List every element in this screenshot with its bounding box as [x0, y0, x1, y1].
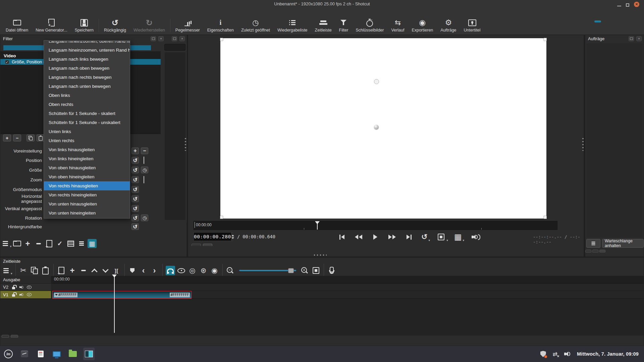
playlist-update-button[interactable] — [45, 239, 54, 248]
current-position-value[interactable]: 00:00:00.280 — [194, 234, 231, 239]
hide-icon[interactable] — [27, 292, 32, 297]
play-button[interactable] — [369, 232, 382, 242]
ripple-delete-button[interactable] — [79, 266, 88, 275]
loop-button[interactable]: ↺▾ — [419, 232, 432, 242]
rect-handle-bottom-right[interactable] — [544, 216, 547, 219]
files-app-button[interactable] — [67, 348, 78, 360]
properties-button[interactable]: i Eigenschaften — [204, 18, 237, 33]
playlist-menu-button[interactable]: ▾ — [2, 239, 11, 248]
menubar-item-bearbeiten[interactable] — [9, 12, 17, 13]
float-panel-icon[interactable] — [629, 36, 634, 41]
remove-button[interactable] — [141, 147, 148, 154]
snap-button[interactable] — [166, 266, 175, 275]
preset-menu-item[interactable]: Von oben hinausgleiten — [44, 163, 130, 172]
player-scrubber[interactable]: 00:00:00 — [194, 221, 557, 230]
sound-icon[interactable] — [564, 352, 570, 356]
recent-button[interactable]: ◷ Zuletzt geöffnet — [237, 18, 274, 33]
prev-marker-button[interactable]: ‹ — [139, 266, 148, 275]
zoom-fit-button[interactable]: ▾ — [436, 232, 449, 242]
minimize-button[interactable] — [617, 6, 621, 6]
cut-button[interactable]: ✂ — [19, 266, 28, 275]
skip-to-end-button[interactable] — [402, 232, 416, 242]
marker-button[interactable] — [128, 266, 137, 275]
rect-handle-top-right[interactable] — [544, 38, 547, 41]
preset-menu-item[interactable]: Langsam nach oben bewegen — [44, 64, 130, 73]
grid-button[interactable]: ▦▾ — [452, 232, 466, 242]
zoom-fit-button[interactable] — [311, 266, 321, 275]
close-panel-icon[interactable]: ✕ — [179, 36, 185, 41]
peak-meter-button[interactable]: Pegelmesser — [172, 18, 204, 33]
track-head-v1[interactable]: V1 — [0, 291, 51, 299]
shotcut-app-button[interactable] — [83, 348, 95, 360]
timeline-clip[interactable]: #FFFFFFFF #FFFFFFFF — [52, 291, 192, 299]
ripple-button[interactable]: ◎ — [188, 266, 197, 275]
track-head-v2[interactable]: V2 — [0, 284, 51, 291]
timeline-ruler[interactable]: 00:00:00 — [51, 276, 644, 284]
tab-verlauf[interactable] — [592, 250, 598, 252]
playlist-add-button[interactable]: + — [23, 239, 32, 248]
filters-button[interactable]: Filter — [335, 18, 352, 33]
append-button[interactable] — [57, 266, 66, 275]
history-button[interactable]: ⇆ Verlauf — [387, 18, 408, 33]
tab-auftraege[interactable] — [599, 250, 605, 252]
jobs-menu-button[interactable] — [586, 239, 600, 248]
mute-icon[interactable] — [19, 292, 24, 297]
layout-fx-button[interactable] — [624, 20, 630, 22]
maximize-button[interactable] — [626, 3, 629, 7]
view-tiles-button[interactable] — [77, 239, 86, 248]
stopwatch-button[interactable] — [141, 215, 148, 221]
export-button[interactable]: ◉ Exportieren — [408, 18, 437, 33]
tab-quelle[interactable] — [192, 244, 201, 246]
layout-farbe-button[interactable] — [556, 29, 563, 31]
menubar-item-ansicht[interactable] — [17, 12, 25, 13]
paste-button[interactable] — [41, 266, 50, 275]
layout-player-button[interactable] — [624, 29, 630, 31]
editor-app-button[interactable] — [35, 348, 46, 360]
rotation-handle[interactable] — [374, 79, 379, 84]
preset-menu-item[interactable]: Langsam nach unten bewegen — [44, 82, 130, 91]
reset-button[interactable] — [131, 215, 139, 221]
menubar-item-einstellungen[interactable] — [34, 12, 42, 13]
timeline-menu-button[interactable]: ▾ — [2, 266, 12, 275]
spinner-arrows-icon[interactable] — [231, 233, 234, 241]
volume-button[interactable] — [469, 232, 483, 242]
preset-menu-item[interactable]: Von rechts hinausgleiten — [44, 181, 130, 190]
tablet-app-button[interactable] — [19, 348, 30, 360]
output-track-head[interactable]: Ausgabe — [0, 276, 51, 284]
preset-menu-item[interactable]: Langsam nach links bewegen — [44, 55, 130, 64]
lock-icon[interactable] — [11, 285, 16, 290]
layout-audio-button[interactable] — [594, 29, 601, 31]
reset-button[interactable] — [131, 195, 139, 202]
preset-menu-item[interactable]: Langsam hineinzoomen, oberen Rand halt… — [44, 41, 130, 46]
fast-forward-button[interactable] — [385, 232, 399, 242]
reset-button[interactable] — [131, 223, 139, 230]
record-audio-button[interactable] — [327, 266, 336, 275]
preset-menu-item[interactable]: Schütteln für 1 Sekunde - skaliert — [44, 109, 130, 118]
copy-button[interactable] — [30, 266, 39, 275]
ripple-markers-button[interactable]: ◉ — [210, 266, 219, 275]
undo-button[interactable]: ↺ Rückgängig — [100, 18, 130, 33]
new-generator-button[interactable]: New Generator... — [32, 18, 71, 33]
lock-icon[interactable] — [11, 292, 16, 297]
preset-menu-item[interactable]: Von links hinausgleiten — [44, 145, 130, 154]
rewind-button[interactable] — [352, 232, 365, 242]
split-button[interactable]: ][ — [112, 266, 121, 275]
zoom-out-button[interactable] — [226, 266, 235, 275]
playlist-remove-button[interactable] — [34, 239, 43, 248]
dock-splitter-handle[interactable] — [185, 138, 186, 151]
scrub-while-dragging-button[interactable] — [177, 266, 186, 275]
close-button[interactable]: ✕ — [634, 2, 639, 7]
skip-to-start-button[interactable] — [335, 232, 348, 242]
next-marker-button[interactable]: › — [150, 266, 159, 275]
tab-zeitleiste[interactable] — [11, 335, 18, 338]
tab-projekt[interactable] — [203, 244, 212, 246]
keyframes-button[interactable]: Schlüsselbilder — [352, 18, 387, 33]
preset-menu-item[interactable]: Von oben hineingleiten — [44, 172, 130, 181]
preset-menu-item[interactable]: Von links hineingleiten — [44, 154, 130, 163]
mint-menu-button[interactable]: lm — [3, 348, 14, 360]
reset-button[interactable] — [131, 186, 139, 193]
float-panel-icon[interactable] — [172, 36, 177, 41]
dock-splitter-handle[interactable] — [314, 254, 327, 256]
reset-button[interactable] — [131, 176, 139, 183]
view-details-button[interactable] — [66, 239, 75, 248]
